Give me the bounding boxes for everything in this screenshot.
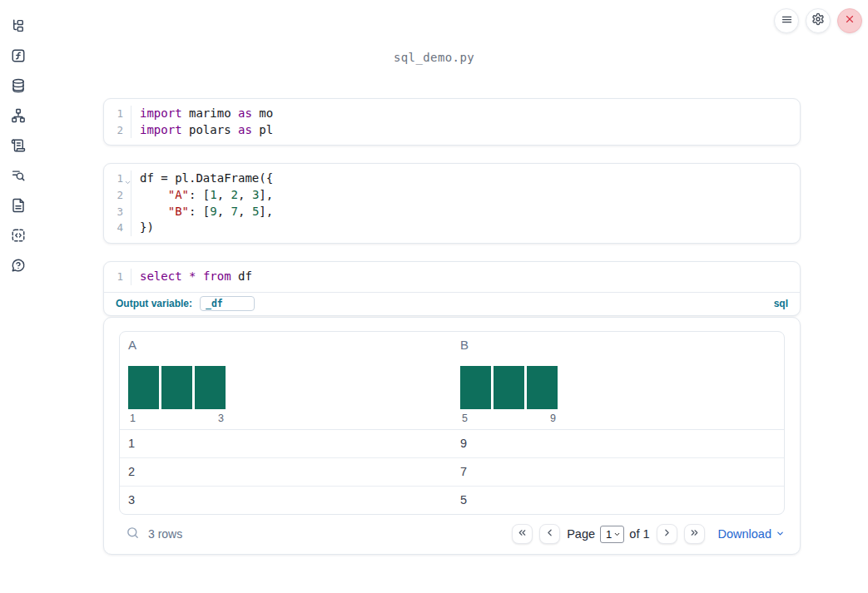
code-line: "B": [9, 7, 5], bbox=[140, 204, 273, 220]
output-variable-label: Output variable: bbox=[116, 298, 192, 309]
histogram-bar[interactable] bbox=[494, 366, 524, 409]
sql-cell[interactable]: 1 select * from df Output variable: sql bbox=[103, 261, 801, 316]
notebook-filename: sql_demo.py bbox=[0, 51, 868, 64]
chevrons-left-icon bbox=[517, 526, 528, 541]
table-cell: 5 bbox=[452, 487, 784, 514]
chevrons-right-icon bbox=[689, 526, 700, 541]
chevron-down-icon bbox=[776, 527, 785, 541]
code-line: import polars as pl bbox=[140, 122, 273, 139]
dataframe-table: A13B59 192735 bbox=[119, 331, 785, 515]
network-icon bbox=[11, 108, 26, 126]
download-label: Download bbox=[718, 527, 772, 541]
code-line: select * from df bbox=[140, 269, 252, 285]
histogram-bar[interactable] bbox=[161, 366, 192, 409]
line-number-gutter: 1234 bbox=[104, 170, 131, 236]
sidebar-item-snippets[interactable] bbox=[11, 230, 26, 245]
chevron-left-icon bbox=[544, 526, 555, 541]
sql-output-card: A13B59 192735 3 rows Page 1 bbox=[103, 317, 801, 555]
table-cell: 3 bbox=[120, 487, 452, 514]
row-count-label: 3 rows bbox=[148, 527, 182, 541]
settings-button[interactable] bbox=[806, 8, 831, 33]
code-text[interactable]: import marimo as moimport polars as pl bbox=[131, 106, 273, 138]
close-x-icon bbox=[844, 13, 856, 28]
sidebar-item-data-sources[interactable] bbox=[11, 80, 26, 95]
code-editor[interactable]: 1 select * from df bbox=[104, 262, 800, 292]
column-header-B[interactable]: B59 bbox=[452, 332, 784, 429]
line-number: 1 bbox=[104, 269, 131, 285]
sql-cell-footer: Output variable: sql bbox=[104, 292, 800, 315]
file-text-icon bbox=[11, 198, 26, 216]
code-cell-dataframe[interactable]: 1234 df = pl.DataFrame({ "A": [1, 2, 3],… bbox=[103, 163, 801, 244]
sidebar-item-file-explorer[interactable] bbox=[11, 20, 26, 35]
table-row[interactable]: 35 bbox=[120, 486, 784, 514]
next-page-button[interactable] bbox=[657, 524, 677, 544]
code-line: "A": [1, 2, 3], bbox=[140, 187, 273, 204]
search-icon[interactable] bbox=[126, 526, 140, 542]
sidebar-item-logs[interactable] bbox=[11, 170, 26, 185]
page-label: Page bbox=[567, 527, 595, 541]
page-total-label: of 1 bbox=[629, 527, 649, 541]
sidebar-item-help[interactable] bbox=[11, 259, 26, 274]
histogram-bar[interactable] bbox=[195, 366, 226, 409]
table-header-row: A13B59 bbox=[120, 332, 784, 430]
code-cell-imports[interactable]: 12 import marimo as moimport polars as p… bbox=[103, 98, 801, 146]
download-button[interactable]: Download bbox=[718, 527, 786, 541]
database-icon bbox=[11, 78, 26, 96]
histogram-bar[interactable] bbox=[527, 366, 558, 409]
sidebar-item-dependency-graph[interactable] bbox=[11, 110, 26, 125]
line-number: 2 bbox=[104, 122, 131, 139]
table-body: 192735 bbox=[120, 430, 784, 514]
chevron-right-icon bbox=[662, 526, 672, 541]
line-number: 2 bbox=[104, 187, 131, 204]
code-editor[interactable]: 12 import marimo as moimport polars as p… bbox=[104, 99, 800, 145]
previous-page-button[interactable] bbox=[539, 524, 560, 544]
code-text[interactable]: df = pl.DataFrame({ "A": [1, 2, 3], "B":… bbox=[131, 170, 273, 236]
histogram-range-labels: 13 bbox=[128, 413, 226, 425]
page-select-value: 1 bbox=[606, 528, 612, 541]
column-histogram bbox=[128, 366, 452, 409]
file-tree-icon bbox=[11, 18, 26, 37]
chevron-down-icon bbox=[613, 528, 621, 541]
column-header-A[interactable]: A13 bbox=[120, 332, 452, 429]
line-number: 4 bbox=[104, 220, 131, 236]
help-circle-icon bbox=[11, 258, 26, 276]
line-number-gutter: 1 bbox=[104, 269, 131, 285]
line-number: 3 bbox=[104, 204, 131, 220]
column-name: B bbox=[460, 338, 784, 353]
column-name: A bbox=[128, 338, 452, 353]
table-cell: 1 bbox=[120, 430, 452, 457]
table-row[interactable]: 27 bbox=[120, 457, 784, 486]
scroll-text-icon bbox=[11, 138, 26, 156]
menu-button[interactable] bbox=[774, 8, 799, 33]
histogram-range-labels: 59 bbox=[460, 413, 558, 425]
code-editor[interactable]: 1234 df = pl.DataFrame({ "A": [1, 2, 3],… bbox=[104, 164, 800, 243]
code-text[interactable]: select * from df bbox=[131, 269, 252, 285]
notebook-content: 12 import marimo as moimport polars as p… bbox=[103, 98, 801, 555]
sidebar-item-documentation[interactable] bbox=[11, 200, 26, 215]
list-search-icon bbox=[11, 168, 26, 186]
table-cell: 9 bbox=[452, 430, 784, 457]
line-number: 1 bbox=[104, 106, 131, 122]
first-page-button[interactable] bbox=[512, 524, 533, 544]
page-select[interactable]: 1 bbox=[600, 526, 624, 543]
code-line: }) bbox=[140, 220, 273, 236]
table-footer: 3 rows Page 1 of 1 bbox=[119, 515, 785, 554]
line-number-gutter: 12 bbox=[104, 106, 131, 138]
code-line: import marimo as mo bbox=[140, 106, 273, 122]
sidebar-item-outline[interactable] bbox=[11, 140, 26, 155]
histogram-bar[interactable] bbox=[128, 366, 159, 409]
line-number: 1 bbox=[104, 170, 131, 187]
table-cell: 7 bbox=[452, 458, 784, 486]
table-row[interactable]: 19 bbox=[120, 430, 784, 457]
code-line: df = pl.DataFrame({ bbox=[140, 170, 273, 187]
hamburger-menu-icon bbox=[781, 13, 793, 29]
last-page-button[interactable] bbox=[684, 524, 705, 544]
fold-chevron-icon[interactable] bbox=[124, 175, 131, 182]
sidebar bbox=[0, 0, 37, 593]
language-badge: sql bbox=[774, 298, 788, 309]
output-variable-input[interactable] bbox=[200, 296, 255, 311]
histogram-bar[interactable] bbox=[460, 366, 491, 409]
topbar bbox=[774, 8, 862, 33]
shutdown-button[interactable] bbox=[837, 8, 862, 33]
table-cell: 2 bbox=[120, 458, 452, 486]
